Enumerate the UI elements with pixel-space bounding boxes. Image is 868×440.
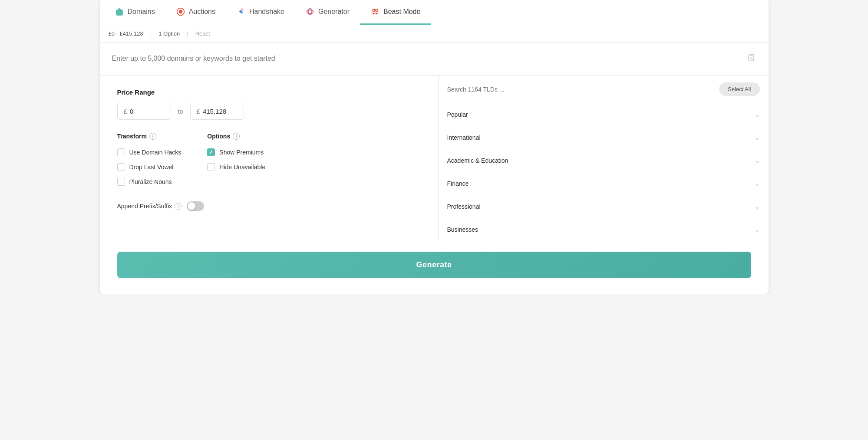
upload-icon[interactable] — [747, 53, 756, 64]
tld-category-finance-label: Finance — [447, 180, 469, 187]
transform-label: Transform i — [117, 133, 182, 140]
price-from-input[interactable] — [130, 108, 165, 115]
svg-point-4 — [373, 9, 375, 11]
toggle-knob — [188, 202, 195, 210]
use-domain-hacks-label: Use Domain Hacks — [129, 149, 182, 156]
price-from-wrap: £ — [117, 103, 171, 120]
app-container: Domains Auctions Handshake — [100, 0, 769, 294]
price-inputs: £ to £ — [117, 103, 425, 120]
pluralize-nouns-label: Pluralize Nouns — [129, 178, 172, 185]
append-label: Append Prefix/Suffix i — [117, 203, 182, 210]
filter-separator-1: | — [150, 30, 152, 37]
right-panel: Select All Popular ⌄ International ⌄ — [439, 76, 769, 241]
tab-handshake-label: Handshake — [249, 8, 284, 16]
chevron-down-businesses-icon: ⌄ — [755, 226, 760, 233]
domains-icon — [115, 7, 124, 16]
drop-last-vowel-row[interactable]: Drop Last Vowel — [117, 161, 182, 174]
tabs-bar: Domains Auctions Handshake — [100, 0, 769, 25]
auctions-icon — [176, 7, 185, 16]
tld-category-academic-label: Academic & Education — [447, 157, 508, 164]
use-domain-hacks-row[interactable]: Use Domain Hacks — [117, 146, 182, 159]
tld-category-academic: Academic & Education ⌄ — [439, 149, 769, 172]
tld-category-businesses-header[interactable]: Businesses ⌄ — [439, 218, 769, 241]
hide-unavailable-row[interactable]: Hide Unavailable — [207, 161, 265, 174]
options-row: Transform i Use Domain Hacks Drop Last V… — [117, 133, 425, 188]
price-range-title: Price Range — [117, 89, 425, 96]
search-area — [100, 43, 769, 75]
svg-point-2 — [308, 9, 312, 15]
svg-point-1 — [178, 10, 182, 13]
tld-search-input[interactable] — [447, 86, 714, 93]
append-label-text: Append Prefix/Suffix — [117, 203, 172, 210]
pluralize-nouns-checkbox[interactable] — [117, 178, 125, 186]
tld-search-bar: Select All — [439, 76, 769, 103]
select-all-button[interactable]: Select All — [719, 82, 759, 96]
tab-auctions[interactable]: Auctions — [165, 0, 226, 25]
tld-category-academic-header[interactable]: Academic & Education ⌄ — [439, 149, 769, 172]
tld-category-businesses: Businesses ⌄ — [439, 218, 769, 241]
append-row: Append Prefix/Suffix i — [117, 201, 425, 211]
chevron-down-academic-icon: ⌄ — [755, 157, 760, 164]
tab-beast-mode[interactable]: Beast Mode — [360, 0, 431, 25]
price-to-input[interactable] — [203, 108, 238, 115]
tld-category-international-header[interactable]: International ⌄ — [439, 126, 769, 149]
show-premiums-row[interactable]: Show Premiums — [207, 146, 265, 159]
tld-category-professional-label: Professional — [447, 203, 481, 210]
transform-col: Transform i Use Domain Hacks Drop Last V… — [117, 133, 182, 188]
price-to-label: to — [178, 108, 183, 115]
domain-search-input[interactable] — [110, 51, 758, 66]
chevron-down-finance-icon: ⌄ — [755, 180, 760, 187]
main-content: Price Range £ to £ Transform i — [100, 75, 769, 241]
svg-point-5 — [376, 9, 378, 11]
tld-category-popular-header[interactable]: Popular ⌄ — [439, 103, 769, 126]
filter-reset-button[interactable]: Reset — [195, 30, 210, 37]
generator-icon — [305, 7, 315, 16]
append-toggle[interactable] — [187, 201, 204, 211]
hide-unavailable-checkbox[interactable] — [207, 163, 215, 171]
chevron-down-professional-icon: ⌄ — [755, 203, 760, 210]
tab-domains-label: Domains — [128, 8, 155, 16]
tab-domains[interactable]: Domains — [104, 0, 165, 25]
bottom-bar: Generate — [100, 241, 769, 294]
filter-separator-2: | — [187, 30, 188, 37]
tab-auctions-label: Auctions — [189, 8, 215, 16]
tld-category-businesses-label: Businesses — [447, 226, 479, 233]
show-premiums-checkbox[interactable] — [207, 148, 215, 156]
options-label-text: Options — [207, 133, 230, 140]
append-info-icon[interactable]: i — [175, 203, 182, 210]
transform-info-icon[interactable]: i — [149, 133, 156, 140]
price-from-currency: £ — [124, 108, 127, 115]
tld-category-popular-label: Popular — [447, 111, 468, 118]
chevron-down-popular-icon: ⌄ — [755, 111, 760, 118]
options-label: Options i — [207, 133, 265, 140]
price-to-wrap: £ — [190, 103, 244, 120]
options-col: Options i Show Premiums Hide Unavailable — [207, 133, 265, 188]
use-domain-hacks-checkbox[interactable] — [117, 148, 125, 156]
filter-option-count: 1 Option — [158, 30, 180, 37]
tab-handshake[interactable]: Handshake — [226, 0, 295, 25]
drop-last-vowel-checkbox[interactable] — [117, 163, 125, 171]
show-premiums-label: Show Premiums — [219, 149, 264, 156]
tab-beast-mode-label: Beast Mode — [383, 8, 420, 16]
generate-button[interactable]: Generate — [117, 252, 751, 278]
tab-generator[interactable]: Generator — [295, 0, 360, 25]
svg-point-3 — [307, 10, 313, 13]
options-info-icon[interactable]: i — [233, 133, 240, 140]
tld-category-international: International ⌄ — [439, 126, 769, 149]
filter-price-range: £0 - £415,128 — [109, 30, 143, 37]
tld-category-international-label: International — [447, 134, 481, 141]
beast-mode-icon — [370, 7, 380, 16]
handshake-icon — [236, 7, 246, 16]
transform-label-text: Transform — [117, 133, 147, 140]
tld-category-professional-header[interactable]: Professional ⌄ — [439, 195, 769, 218]
price-to-currency: £ — [197, 108, 200, 115]
drop-last-vowel-label: Drop Last Vowel — [129, 164, 174, 171]
tab-generator-label: Generator — [318, 8, 350, 16]
tld-category-finance-header[interactable]: Finance ⌄ — [439, 172, 769, 195]
tld-category-professional: Professional ⌄ — [439, 195, 769, 218]
tld-category-popular: Popular ⌄ — [439, 103, 769, 126]
tld-category-finance: Finance ⌄ — [439, 172, 769, 195]
left-panel: Price Range £ to £ Transform i — [100, 76, 439, 241]
hide-unavailable-label: Hide Unavailable — [219, 164, 265, 171]
pluralize-nouns-row[interactable]: Pluralize Nouns — [117, 175, 182, 188]
